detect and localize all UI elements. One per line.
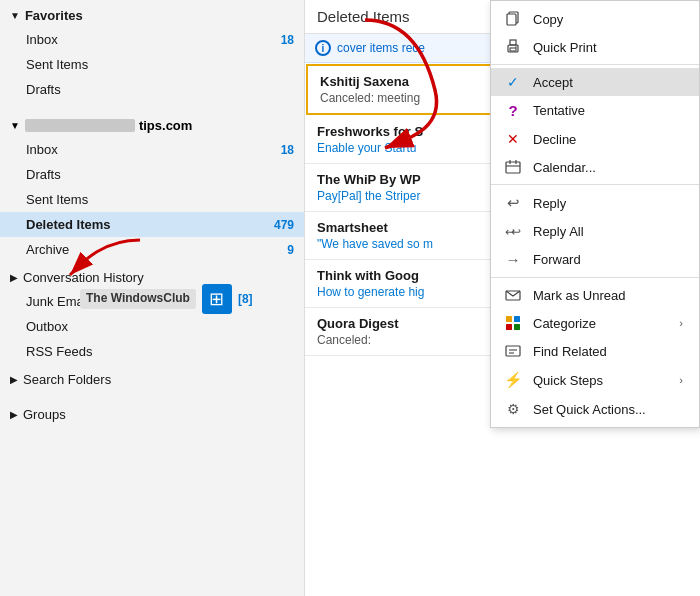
svg-rect-15	[514, 324, 520, 330]
quick-steps-arrow: ›	[679, 374, 683, 386]
account-inbox-badge: 18	[281, 143, 294, 157]
svg-rect-2	[507, 14, 516, 25]
account-header[interactable]: ▼ tips.com	[0, 110, 304, 137]
reply-all-icon: ↩↩	[503, 225, 523, 239]
svg-rect-13	[514, 316, 520, 322]
find-related-label: Find Related	[533, 344, 683, 359]
menu-item-set-quick-actions[interactable]: ⚙ Set Quick Actions...	[491, 395, 699, 423]
drafts-fav-label: Drafts	[26, 82, 294, 97]
svg-rect-12	[506, 316, 512, 322]
sidebar-item-drafts-fav[interactable]: Drafts	[0, 77, 304, 102]
groups-header[interactable]: ▶ Groups	[0, 399, 304, 426]
conv-history-chevron: ▶	[10, 272, 18, 283]
mark-unread-label: Mark as Unread	[533, 288, 683, 303]
main-panel: Deleted Items By Date ▼ ↑ i cover items …	[305, 0, 700, 596]
junk-label: Junk Email	[26, 294, 294, 309]
menu-item-mark-unread[interactable]: Mark as Unread	[491, 281, 699, 309]
categorize-icon	[503, 315, 523, 331]
menu-item-quick-print[interactable]: Quick Print	[491, 33, 699, 61]
copy-icon	[503, 11, 523, 27]
account-name-blurred	[25, 119, 135, 132]
sidebar-item-inbox-fav[interactable]: Inbox 18	[0, 27, 304, 52]
svg-rect-7	[506, 162, 520, 173]
reply-label: Reply	[533, 196, 683, 211]
inbox-fav-label: Inbox	[26, 32, 277, 47]
menu-item-calendar[interactable]: Calendar...	[491, 153, 699, 181]
sent-fav-label: Sent Items	[26, 57, 294, 72]
svg-rect-14	[506, 324, 512, 330]
menu-separator-2	[491, 184, 699, 185]
sidebar-item-sent-fav[interactable]: Sent Items	[0, 52, 304, 77]
sidebar-item-junk[interactable]: Junk Email The WindowsClub ⊞ [8]	[0, 289, 304, 314]
account-suffix: tips.com	[139, 118, 192, 133]
menu-item-reply[interactable]: ↩ Reply	[491, 188, 699, 218]
copy-label: Copy	[533, 12, 683, 27]
archive-badge: 9	[287, 243, 294, 257]
quick-steps-icon: ⚡	[503, 371, 523, 389]
menu-item-categorize[interactable]: Categorize ›	[491, 309, 699, 337]
svg-rect-16	[506, 346, 520, 356]
favorites-header[interactable]: ▼ Favorites	[0, 0, 304, 27]
search-folders-header[interactable]: ▶ Search Folders	[0, 364, 304, 391]
categorize-label: Categorize	[533, 316, 671, 331]
tentative-icon: ?	[503, 102, 523, 119]
mail-subject-4: How to generate hig	[317, 285, 467, 299]
set-quick-actions-label: Set Quick Actions...	[533, 402, 683, 417]
groups-label: Groups	[23, 407, 66, 422]
account-inbox-label: Inbox	[26, 142, 277, 157]
menu-item-copy[interactable]: Copy	[491, 5, 699, 33]
menu-item-reply-all[interactable]: ↩↩ Reply All	[491, 218, 699, 245]
menu-item-accept[interactable]: ✓ Accept	[491, 68, 699, 96]
decline-icon: ✕	[503, 131, 523, 147]
menu-item-quick-steps[interactable]: ⚡ Quick Steps ›	[491, 365, 699, 395]
sidebar-item-account-sent[interactable]: Sent Items	[0, 187, 304, 212]
conv-history-label: Conversation History	[23, 270, 144, 285]
favorites-chevron: ▼	[10, 10, 20, 21]
menu-separator-1	[491, 64, 699, 65]
mail-subject-3: "We have saved so m	[317, 237, 467, 251]
menu-item-find-related[interactable]: Find Related	[491, 337, 699, 365]
conv-history-header[interactable]: ▶ Conversation History	[0, 262, 304, 289]
deleted-items-badge: 479	[274, 218, 294, 232]
accept-label: Accept	[533, 75, 683, 90]
search-folders-chevron: ▶	[10, 374, 18, 385]
sidebar-item-deleted[interactable]: Deleted Items 479	[0, 212, 304, 237]
menu-item-forward[interactable]: → Forward	[491, 245, 699, 274]
sidebar: ▼ Favorites Inbox 18 Sent Items Drafts ▼…	[0, 0, 305, 596]
favorites-label: Favorites	[25, 8, 83, 23]
search-folders-label: Search Folders	[23, 372, 111, 387]
set-quick-actions-icon: ⚙	[503, 401, 523, 417]
rss-label: RSS Feeds	[26, 344, 294, 359]
inbox-fav-badge: 18	[281, 33, 294, 47]
forward-icon: →	[503, 251, 523, 268]
svg-rect-4	[510, 40, 516, 45]
mark-unread-icon	[503, 287, 523, 303]
sidebar-item-account-inbox[interactable]: Inbox 18	[0, 137, 304, 162]
decline-label: Decline	[533, 132, 683, 147]
archive-label: Archive	[26, 242, 283, 257]
tentative-label: Tentative	[533, 103, 683, 118]
sidebar-item-account-drafts[interactable]: Drafts	[0, 162, 304, 187]
sidebar-item-rss[interactable]: RSS Feeds	[0, 339, 304, 364]
svg-rect-5	[510, 48, 516, 51]
deleted-items-label: Deleted Items	[26, 217, 270, 232]
categorize-arrow: ›	[679, 317, 683, 329]
groups-chevron: ▶	[10, 409, 18, 420]
calendar-label: Calendar...	[533, 160, 683, 175]
context-menu: Copy Quick Print ✓ Accept ? Tentative ✕ …	[490, 0, 700, 428]
find-related-icon	[503, 343, 523, 359]
sidebar-item-outbox[interactable]: Outbox	[0, 314, 304, 339]
menu-item-tentative[interactable]: ? Tentative	[491, 96, 699, 125]
menu-item-decline[interactable]: ✕ Decline	[491, 125, 699, 153]
sidebar-item-archive[interactable]: Archive 9	[0, 237, 304, 262]
account-drafts-label: Drafts	[26, 167, 294, 182]
mail-subject-2: Pay[Pal] the Striper	[317, 189, 467, 203]
account-chevron: ▼	[10, 120, 20, 131]
outbox-label: Outbox	[26, 319, 294, 334]
info-text: cover items rece	[337, 41, 425, 55]
info-icon: i	[315, 40, 331, 56]
accept-icon: ✓	[503, 74, 523, 90]
print-icon	[503, 39, 523, 55]
mail-subject-1: Enable your Startu	[317, 141, 467, 155]
account-sent-label: Sent Items	[26, 192, 294, 207]
